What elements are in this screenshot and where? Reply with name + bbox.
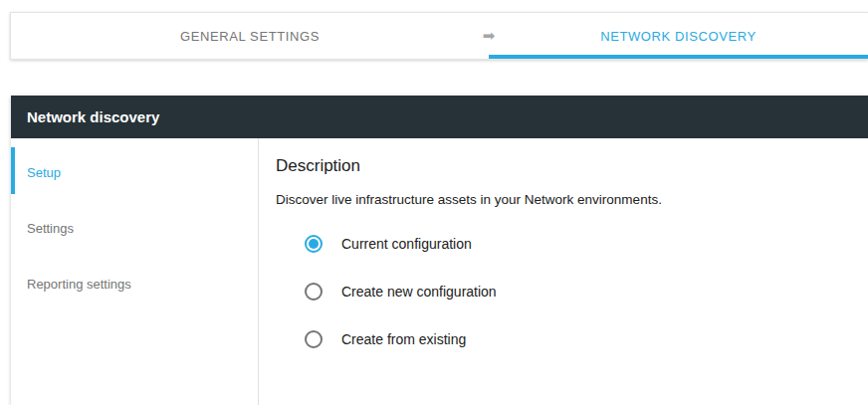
radio-option-create-new-configuration: Create new configuration bbox=[276, 268, 844, 315]
radio-button-create-from-existing[interactable] bbox=[305, 330, 323, 348]
setup-pane: Description Discover live infrastructure… bbox=[259, 138, 868, 405]
radio-option-current-configuration: Current configuration bbox=[276, 220, 844, 268]
panel-content: Setup Settings Reporting settings Descri… bbox=[11, 138, 868, 405]
network-discovery-panel: Network discovery Setup Settings Reporti… bbox=[11, 96, 868, 405]
tab-general-settings[interactable]: GENERAL SETTINGS bbox=[11, 13, 489, 59]
sidebar-item-label: Setup bbox=[27, 165, 61, 180]
active-item-indicator bbox=[11, 147, 15, 194]
radio-button-current-configuration[interactable] bbox=[305, 235, 323, 253]
sidebar-item-label: Reporting settings bbox=[27, 277, 131, 292]
radio-button-create-new-configuration[interactable] bbox=[305, 283, 323, 301]
section-title: Description bbox=[276, 156, 844, 176]
step-arrow-icon: ➡ bbox=[483, 28, 496, 43]
tab-general-settings-label: GENERAL SETTINGS bbox=[180, 29, 320, 44]
sidebar-item-label: Settings bbox=[27, 221, 74, 236]
radio-label[interactable]: Current configuration bbox=[341, 236, 472, 252]
radio-label[interactable]: Create from existing bbox=[341, 331, 466, 347]
stepper-tab-bar: GENERAL SETTINGS NETWORK DISCOVERY ➡ bbox=[10, 12, 868, 60]
tab-network-discovery-label: NETWORK DISCOVERY bbox=[600, 29, 757, 44]
sidebar-item-reporting-settings[interactable]: Reporting settings bbox=[11, 256, 258, 311]
sidebar: Setup Settings Reporting settings bbox=[11, 138, 259, 405]
page-title: Network discovery bbox=[27, 108, 159, 125]
sidebar-item-settings[interactable]: Settings bbox=[11, 200, 258, 256]
panel-header: Network discovery bbox=[11, 96, 868, 138]
tab-network-discovery[interactable]: NETWORK DISCOVERY bbox=[489, 13, 868, 59]
radio-option-create-from-existing: Create from existing bbox=[276, 315, 844, 363]
configuration-radio-group: Current configuration Create new configu… bbox=[276, 220, 844, 363]
sidebar-item-setup[interactable]: Setup bbox=[11, 144, 258, 200]
description-text: Discover live infrastructure assets in y… bbox=[276, 192, 844, 208]
radio-label[interactable]: Create new configuration bbox=[341, 284, 497, 300]
